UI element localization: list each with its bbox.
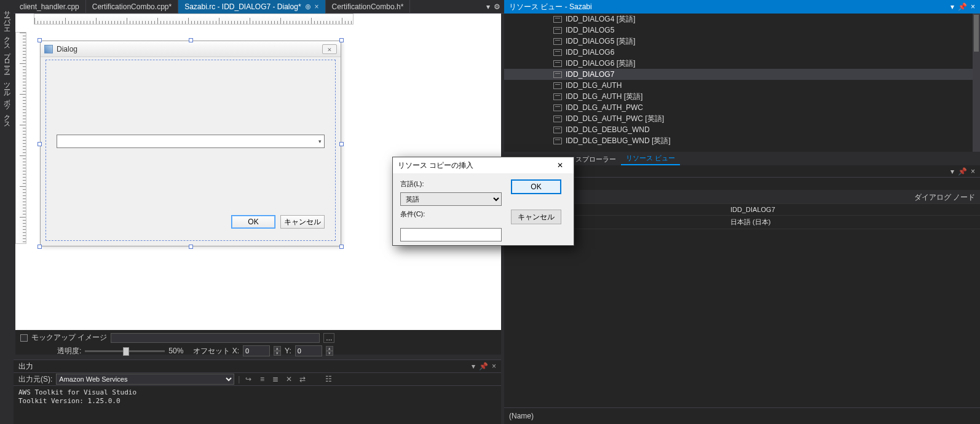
tab-client-handler[interactable]: client_handler.cpp bbox=[14, 0, 86, 14]
browse-button[interactable]: ... bbox=[323, 333, 334, 343]
tab-label: CertificationCombo.cpp* bbox=[92, 2, 172, 11]
output-source-select[interactable]: Amazon Web Services bbox=[56, 374, 234, 385]
tree-item[interactable]: IDD_DLG_DEBUG_WND bbox=[504, 124, 980, 135]
mockup-path-input[interactable] bbox=[111, 333, 320, 343]
tree-item[interactable]: IDD_DIALOG6 bbox=[504, 47, 980, 58]
close-icon[interactable]: × bbox=[492, 362, 496, 371]
property-value[interactable] bbox=[725, 229, 980, 242]
dialog-resource-icon bbox=[553, 49, 562, 56]
tree-item[interactable]: IDD_DIALOG4 [英語] bbox=[504, 14, 980, 25]
designer-footer: モックアップ イメージ ... 透明度: 50% オフセット X: ▴▾ Y: … bbox=[15, 330, 501, 355]
resource-view-title: リソース ビュー - Sazabi bbox=[509, 2, 592, 12]
property-value[interactable]: 日本語 (日本) bbox=[725, 215, 980, 229]
offset-x-spinner[interactable]: ▴▾ bbox=[274, 346, 281, 356]
dialog-resource-icon bbox=[553, 71, 562, 78]
condition-input[interactable] bbox=[400, 228, 502, 241]
scrollbar-thumb[interactable] bbox=[974, 15, 979, 52]
tree-item[interactable]: IDD_DLG_DEBUG_WND [英語] bbox=[504, 135, 980, 146]
dropdown-icon[interactable]: ▾ bbox=[950, 167, 954, 176]
tree-item-label: IDD_DLG_DEBUG_WND [英語] bbox=[566, 136, 671, 146]
output-text[interactable]: AWS Toolkit for Visual Studio Toolkit Ve… bbox=[14, 386, 501, 409]
property-value[interactable]: IDD_DIALOG7 bbox=[725, 203, 980, 215]
dialog-resource-icon bbox=[553, 116, 562, 122]
tree-item[interactable]: IDD_DIALOG7 bbox=[504, 69, 980, 80]
cancel-button[interactable]: キャンセル bbox=[280, 215, 325, 229]
tree-item-label: IDD_DIALOG7 bbox=[566, 70, 614, 79]
tab-label: CertificationCombo.h* bbox=[332, 2, 404, 11]
close-icon[interactable]: ✕ bbox=[551, 159, 569, 171]
resize-handle[interactable] bbox=[189, 245, 193, 249]
rail-toolbox[interactable]: ツールボックス bbox=[2, 78, 12, 125]
tree-item[interactable]: IDD_DIALOG5 bbox=[504, 25, 980, 36]
pin-icon[interactable]: 📌 bbox=[479, 362, 488, 371]
dialog-resource-icon bbox=[553, 60, 562, 67]
cancel-button[interactable]: キャンセル bbox=[511, 210, 561, 224]
popup-title-text: リソース コピーの挿入 bbox=[398, 160, 473, 171]
tree-item[interactable]: IDD_DIALOG5 [英語] bbox=[504, 36, 980, 47]
tree-item[interactable]: IDD_DLG_AUTH bbox=[504, 80, 980, 91]
resize-handle[interactable] bbox=[38, 245, 42, 249]
slider-thumb[interactable] bbox=[123, 347, 129, 356]
property-category[interactable]: ◢ ダイアログ ノード bbox=[504, 190, 980, 203]
toggle-icon[interactable]: ☷ bbox=[323, 374, 333, 384]
output-title: 出力 bbox=[18, 361, 33, 372]
pin-icon[interactable]: 📌 bbox=[958, 167, 967, 176]
properties-panel: ▾ 📌 × es ◢ ダイアログ ノード IDD_DIALOG7言語日本語 (日… bbox=[504, 165, 980, 424]
tab-sazabi-rc[interactable]: Sazabi.rc - IDD_DIALOG7 - Dialog* ⊕ × bbox=[178, 0, 325, 14]
selection-marquee bbox=[45, 60, 336, 241]
tab-certcombo-h[interactable]: CertificationCombo.h* bbox=[326, 0, 411, 14]
dropdown-icon[interactable]: ▾ bbox=[950, 2, 954, 11]
dialog-resource-icon bbox=[553, 104, 562, 111]
combo-box-control[interactable]: ▾ bbox=[57, 135, 325, 148]
ok-button[interactable]: OK bbox=[231, 215, 275, 229]
tree-item[interactable]: IDD_DIALOG6 [英語] bbox=[504, 58, 980, 69]
next-icon[interactable]: ≣ bbox=[271, 374, 280, 384]
mockup-checkbox[interactable] bbox=[20, 334, 28, 342]
dropdown-icon[interactable]: ▾ bbox=[486, 2, 490, 11]
resize-handle[interactable] bbox=[339, 38, 344, 42]
resize-handle[interactable] bbox=[189, 38, 193, 42]
resize-handle[interactable] bbox=[339, 245, 344, 249]
offset-y-input[interactable] bbox=[295, 345, 322, 356]
opacity-slider[interactable] bbox=[85, 350, 165, 352]
ok-button[interactable]: OK bbox=[511, 179, 561, 194]
rail-server-explorer[interactable]: サーバー エクスプローラー bbox=[2, 6, 12, 71]
clear-icon[interactable]: ✕ bbox=[284, 374, 294, 384]
opacity-value: 50% bbox=[168, 347, 183, 355]
dialog-title-text: Dialog bbox=[57, 45, 77, 53]
dialog-selection[interactable]: Dialog ⨉ ▾ OK キャンセル bbox=[40, 41, 341, 246]
gear-icon[interactable]: ⚙ bbox=[494, 2, 500, 11]
tree-item-label: IDD_DIALOG6 [英語] bbox=[566, 58, 635, 69]
resize-handle[interactable] bbox=[38, 38, 42, 42]
tree-item-label: IDD_DLG_AUTH [英語] bbox=[566, 92, 642, 102]
tab-certcombo-cpp[interactable]: CertificationCombo.cpp* bbox=[86, 0, 178, 14]
offset-x-input[interactable] bbox=[243, 345, 270, 356]
prev-icon[interactable]: ≡ bbox=[257, 374, 267, 384]
close-icon[interactable]: × bbox=[971, 2, 975, 11]
tree-item[interactable]: IDD_DLG_AUTH [英語] bbox=[504, 91, 980, 102]
wrap-icon[interactable]: ⇄ bbox=[298, 374, 307, 384]
tree-item[interactable]: IDD_DLG_AUTH_PWC [英語] bbox=[504, 113, 980, 124]
category-label: ダイアログ ノード bbox=[914, 192, 975, 203]
tree-item-label: IDD_DLG_AUTH_PWC bbox=[566, 103, 643, 112]
output-source-label: 出力元(S): bbox=[18, 374, 52, 385]
dialog-window: Dialog ⨉ ▾ OK キャンセル bbox=[40, 41, 341, 246]
close-icon[interactable]: × bbox=[315, 2, 319, 11]
pin-icon[interactable]: 📌 bbox=[958, 2, 967, 11]
tree-item[interactable]: IDD_DLG_AUTH_PWC bbox=[504, 102, 980, 113]
scrollbar[interactable] bbox=[973, 14, 980, 152]
properties-subtitle: es bbox=[504, 178, 980, 190]
language-select[interactable]: 英語 bbox=[400, 192, 502, 206]
dropdown-icon[interactable]: ▾ bbox=[472, 362, 475, 371]
tree-item-label: IDD_DIALOG4 [英語] bbox=[566, 14, 635, 25]
goto-icon[interactable]: ↪ bbox=[243, 374, 253, 384]
tree-item-label: IDD_DIALOG5 [英語] bbox=[566, 36, 635, 47]
close-icon[interactable]: × bbox=[971, 167, 975, 176]
dialog-close-button[interactable]: ⨉ bbox=[322, 44, 337, 54]
tree-item-label: IDD_DLG_DEBUG_WND bbox=[566, 125, 650, 134]
offset-y-spinner[interactable]: ▴▾ bbox=[326, 346, 333, 356]
resize-handle[interactable] bbox=[339, 142, 344, 146]
pin-icon[interactable]: ⊕ bbox=[305, 2, 311, 11]
tab-resource-view[interactable]: リソース ビュー bbox=[621, 152, 680, 165]
resize-handle[interactable] bbox=[38, 142, 42, 146]
